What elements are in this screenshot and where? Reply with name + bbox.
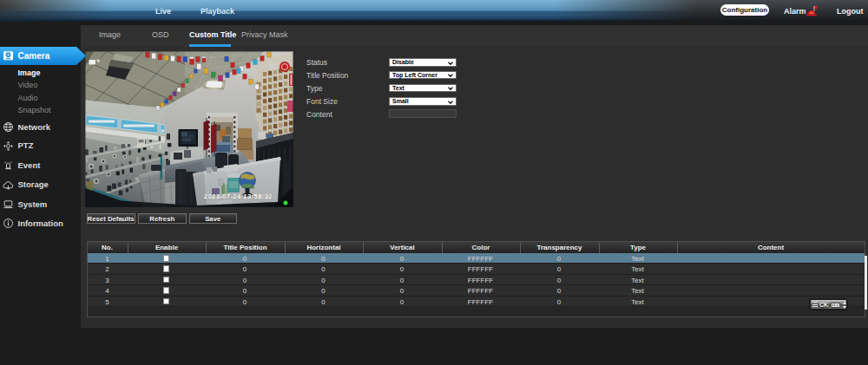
svg-text:2023-07-24 13:58:32: 2023-07-24 13:58:32 bbox=[204, 192, 273, 200]
